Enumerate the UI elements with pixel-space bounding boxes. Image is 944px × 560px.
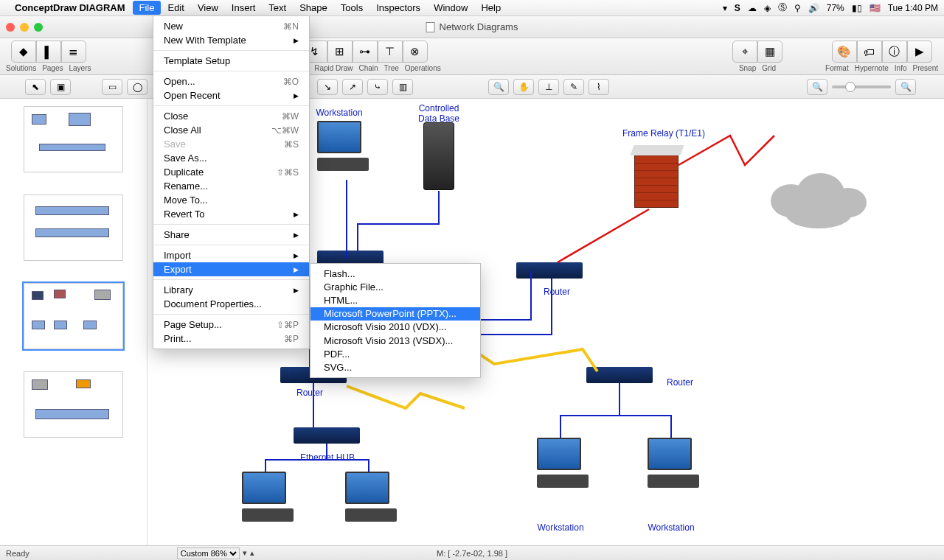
file-menu-open-recent[interactable]: Open Recent▶ [153, 88, 309, 102]
page-thumb-4[interactable] [24, 371, 123, 438]
export-svg-[interactable]: SVG... [310, 360, 480, 374]
zoom-out-button[interactable]: 🔍 [807, 79, 827, 95]
file-menu-new[interactable]: New⌘N [153, 19, 309, 33]
connector-tool-2[interactable]: ↗ [342, 79, 363, 95]
eyedropper-tool[interactable]: ✎ [563, 79, 584, 95]
menu-edit[interactable]: Edit [161, 1, 190, 15]
skype-icon[interactable]: Ⓢ [778, 1, 787, 14]
menu-shape[interactable]: Shape [293, 1, 334, 15]
s-icon[interactable]: S [735, 3, 740, 13]
format-button[interactable]: 🎨 [832, 41, 857, 63]
cloud-icon[interactable] [763, 169, 874, 228]
zoom-stepper-up[interactable]: ▴ [250, 548, 254, 558]
info-button[interactable]: ⓘ [882, 41, 907, 63]
file-menu-share[interactable]: Share▶ [153, 228, 309, 242]
workstation-icon-a[interactable] [242, 472, 294, 522]
cursor-coords: M: [ -2.7e-02, 1.98 ] [437, 549, 507, 558]
file-menu-open-[interactable]: Open...⌘O [153, 74, 309, 88]
pointer-tool[interactable]: ⬉ [25, 79, 46, 95]
ellipse-tool[interactable]: ◯ [127, 79, 148, 95]
file-menu-duplicate[interactable]: Duplicate⇧⌘S [153, 165, 309, 179]
export-microsoft-powerpoint-pptx-[interactable]: Microsoft PowerPoint (PPTX)... [310, 307, 480, 321]
minimize-window-button[interactable] [20, 23, 29, 32]
page-thumb-1[interactable] [24, 106, 123, 172]
router-icon-a[interactable] [516, 262, 583, 279]
file-menu-revert-to[interactable]: Revert To▶ [153, 207, 309, 221]
zoom-tool[interactable]: 🔍 [488, 79, 509, 95]
menu-help[interactable]: Help [474, 1, 507, 15]
close-window-button[interactable] [6, 23, 15, 32]
battery-icon[interactable]: ▮▯ [852, 3, 862, 13]
diamond-icon[interactable]: ◈ [764, 3, 771, 13]
cloud-up-icon[interactable]: ☁ [748, 3, 757, 13]
file-menu-close[interactable]: Close⌘W [153, 109, 309, 123]
workstation-icon-b[interactable] [345, 472, 397, 522]
rect-tool[interactable]: ▭ [102, 79, 122, 95]
file-menu-export[interactable]: Export▶ [153, 262, 309, 276]
layers-button[interactable]: ≣ [61, 41, 86, 63]
page-thumb-3[interactable] [24, 283, 123, 349]
export-flash-[interactable]: Flash... [310, 267, 480, 280]
menu-tools[interactable]: Tools [334, 1, 369, 15]
connector-tool-3[interactable]: ⤷ [367, 79, 388, 95]
menu-text[interactable]: Text [262, 1, 293, 15]
operations-button[interactable]: ⊗ [403, 41, 428, 63]
zoom-slider[interactable] [832, 85, 891, 88]
hypernote-button[interactable]: 🏷 [857, 41, 882, 63]
export-microsoft-visio-vdx-[interactable]: Microsoft Visio 2010 (VDX)... [310, 321, 480, 334]
snap-button[interactable]: ⌖ [732, 41, 757, 63]
export-graphic-file-[interactable]: Graphic File... [310, 280, 480, 293]
flag-icon[interactable]: 🇺🇸 [870, 3, 881, 13]
router-icon-c[interactable] [586, 367, 653, 383]
hand-tool[interactable]: ✋ [513, 79, 534, 95]
file-menu-save-as-[interactable]: Save As... [153, 151, 309, 165]
export-html-[interactable]: HTML... [310, 293, 480, 307]
menu-file[interactable]: File [133, 1, 162, 15]
workstation-icon-c[interactable] [537, 438, 589, 488]
pages-button[interactable]: ▌ [36, 41, 61, 63]
export-pdf-[interactable]: PDF... [310, 347, 480, 360]
stamp-tool[interactable]: ⊥ [538, 79, 559, 95]
workstation-icon[interactable] [317, 121, 369, 171]
page-thumb-2[interactable] [24, 195, 123, 261]
tree-button[interactable]: ⊤ [378, 41, 403, 63]
file-menu-library[interactable]: Library▶ [153, 283, 309, 297]
menu-insert[interactable]: Insert [225, 1, 263, 15]
export-submenu[interactable]: Flash...Graphic File...HTML...Microsoft … [310, 263, 481, 378]
file-menu-move-to-[interactable]: Move To... [153, 193, 309, 207]
zoom-stepper-down[interactable]: ▾ [243, 548, 247, 558]
file-menu-print-[interactable]: Print...⌘P [153, 332, 309, 346]
pages-sidebar[interactable] [0, 99, 148, 545]
grid-button[interactable]: ▦ [757, 41, 782, 63]
export-microsoft-visio-vsdx-[interactable]: Microsoft Visio 2013 (VSDX)... [310, 334, 480, 347]
menu-window[interactable]: Window [427, 1, 474, 15]
menu-inspectors[interactable]: Inspectors [369, 1, 427, 15]
file-menu-dropdown[interactable]: New⌘NNew With Template▶Template SetupOpe… [153, 16, 310, 349]
workstation-icon-d[interactable] [648, 438, 699, 488]
file-menu-rename-[interactable]: Rename... [153, 179, 309, 193]
connector-tool-1[interactable]: ↘ [317, 79, 338, 95]
file-menu-close-all[interactable]: Close All⌥⌘W [153, 123, 309, 137]
wifi-icon[interactable]: ⚲ [794, 3, 801, 13]
brush-tool[interactable]: ⌇ [589, 79, 609, 95]
server-icon[interactable] [423, 122, 454, 190]
menu-view[interactable]: View [191, 1, 225, 15]
zoom-window-button[interactable] [34, 23, 43, 32]
solutions-button[interactable]: ◆ [11, 41, 36, 63]
marquee-tool[interactable]: ▣ [50, 79, 71, 95]
vlc-icon[interactable]: ▾ [723, 3, 727, 13]
file-menu-import[interactable]: Import▶ [153, 248, 309, 262]
file-menu-template-setup[interactable]: Template Setup [153, 54, 309, 68]
file-menu-page-setup-[interactable]: Page Setup...⇧⌘P [153, 318, 309, 332]
present-button[interactable]: ▶ [907, 41, 932, 63]
rapid-draw-button[interactable]: ⊞ [327, 41, 353, 63]
chain-button[interactable]: ⊶ [353, 41, 378, 63]
connector-tool-4[interactable]: ▥ [392, 79, 413, 95]
zoom-in-button[interactable]: 🔍 [895, 79, 916, 95]
file-menu-new-with-template[interactable]: New With Template▶ [153, 33, 309, 47]
zoom-select[interactable]: Custom 86% [177, 547, 240, 559]
ethernet-hub-icon[interactable] [294, 427, 360, 444]
firewall-icon[interactable] [634, 152, 678, 208]
file-menu-document-properties-[interactable]: Document Properties... [153, 297, 309, 311]
volume-icon[interactable]: 🔊 [808, 3, 819, 13]
